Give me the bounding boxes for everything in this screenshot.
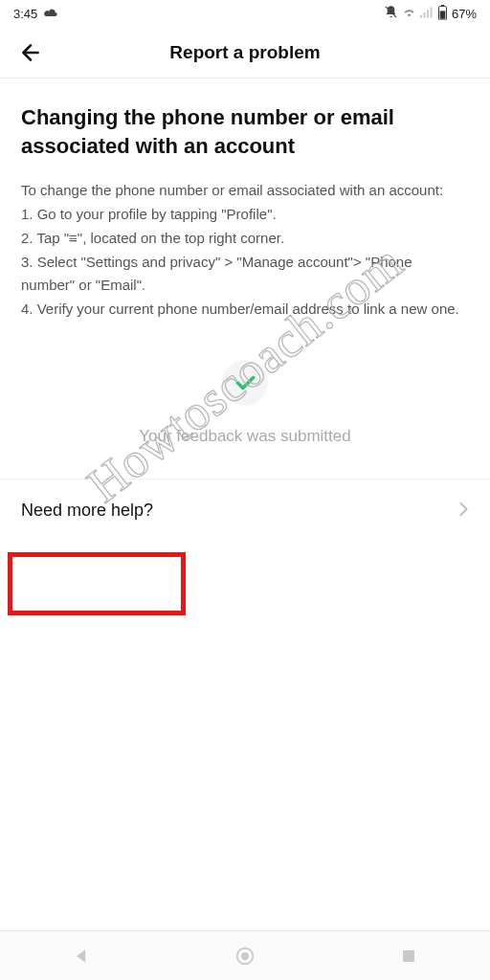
svg-point-9: [241, 951, 249, 959]
svg-rect-4: [430, 7, 432, 17]
signal-icon: [420, 7, 434, 21]
article-step: 3. Select "Settings and privacy" > "Mana…: [21, 251, 469, 299]
svg-rect-10: [403, 950, 414, 962]
page-title: Report a problem: [0, 42, 490, 63]
chevron-right-icon: [457, 501, 469, 522]
highlight-annotation: [8, 552, 186, 615]
article-body: To change the phone number or email asso…: [21, 179, 469, 322]
cloud-icon: [43, 7, 58, 21]
header: Report a problem: [0, 27, 490, 78]
article-step: 2. Tap "≡", located on the top right cor…: [21, 227, 469, 251]
triangle-left-icon: [72, 947, 91, 966]
status-time: 3:45: [13, 7, 37, 21]
check-circle: [222, 360, 268, 406]
article-step: 4. Verify your current phone number/emai…: [21, 298, 469, 322]
arrow-left-icon: [18, 40, 43, 65]
checkmark-icon: [233, 370, 257, 395]
svg-rect-6: [441, 5, 444, 7]
battery-percent: 67%: [452, 7, 477, 21]
svg-rect-1: [420, 14, 422, 17]
feedback-block: Your feedback was submitted: [21, 360, 469, 446]
article-title: Changing the phone number or email assoc…: [21, 103, 469, 160]
nav-recent-button[interactable]: [380, 937, 437, 975]
status-bar: 3:45 67%: [0, 0, 490, 27]
battery-icon: [437, 5, 448, 23]
svg-rect-2: [423, 12, 425, 18]
svg-rect-7: [440, 11, 446, 18]
need-more-help-label: Need more help?: [21, 501, 153, 521]
nav-back-button[interactable]: [53, 937, 110, 975]
need-more-help-row[interactable]: Need more help?: [0, 479, 490, 543]
article-step: 1. Go to your profile by tapping "Profil…: [21, 203, 469, 227]
back-button[interactable]: [17, 39, 44, 66]
feedback-submitted-text: Your feedback was submitted: [21, 427, 469, 446]
article-content: Changing the phone number or email assoc…: [0, 78, 490, 446]
article-intro: To change the phone number or email asso…: [21, 179, 469, 203]
wifi-icon: [402, 7, 416, 21]
nav-home-button[interactable]: [216, 937, 274, 975]
mute-icon: [384, 5, 398, 22]
svg-rect-3: [427, 10, 429, 17]
square-icon: [400, 947, 417, 965]
system-nav-bar: [0, 930, 490, 980]
circle-icon: [234, 946, 256, 967]
